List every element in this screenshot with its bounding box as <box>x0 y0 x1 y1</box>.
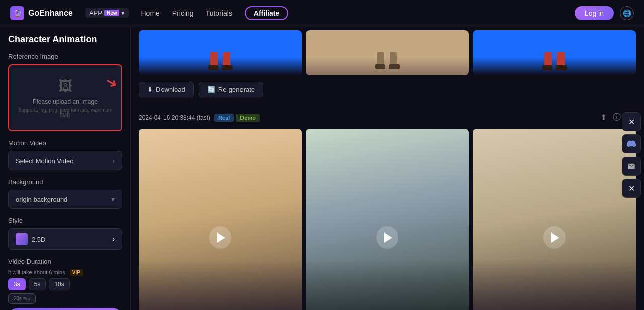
feet-svg-1 <box>205 47 235 72</box>
style-dropdown[interactable]: 2.5D › <box>8 228 122 250</box>
duration-20s-button[interactable]: 20s Pro <box>8 293 36 304</box>
float-close-button[interactable]: ✕ <box>622 112 641 131</box>
float-close-button-2[interactable]: ✕ <box>622 179 641 198</box>
style-label: Style <box>8 217 122 224</box>
svg-rect-10 <box>542 65 552 70</box>
motion-video-chevron-icon: › <box>112 157 115 165</box>
style-left: 2.5D <box>16 233 45 245</box>
section-1-video-1 <box>139 129 302 310</box>
discord-icon <box>627 139 636 148</box>
section-1-meta: 2024-04-16 20:38:44 (fast) Real Demo ⬆ ⓘ… <box>139 111 636 124</box>
logo-area: 🔮 GoEnhance <box>10 6 73 20</box>
duration-3s-button[interactable]: 3s <box>8 278 26 290</box>
play-button-1[interactable] <box>209 226 231 249</box>
motion-video-label: Motion Video <box>8 139 122 147</box>
duration-label: Video Duration <box>8 258 122 265</box>
upload-text: Please upload an image <box>15 98 115 105</box>
svg-rect-0 <box>210 52 218 67</box>
svg-rect-6 <box>375 64 385 69</box>
motion-video-dropdown[interactable]: Select Motion Video › <box>8 151 122 170</box>
login-button[interactable]: Log in <box>575 6 614 20</box>
motion-video-section: Motion Video Select Motion Video › <box>8 139 122 170</box>
feet-svg-3 <box>539 47 570 72</box>
header-actions: Log in 🌐 <box>575 6 634 20</box>
svg-rect-5 <box>390 52 397 66</box>
upload-icon: 🖼 <box>15 78 115 94</box>
reference-image-label: Reference Image <box>8 53 122 60</box>
svg-rect-2 <box>208 65 218 70</box>
background-label: Background <box>8 178 122 186</box>
new-badge: New <box>104 10 120 16</box>
feet-visual-2 <box>306 30 469 75</box>
svg-rect-4 <box>377 52 384 66</box>
top-download-button[interactable]: ⬇ Download <box>139 82 194 97</box>
play-button-2[interactable] <box>376 226 398 249</box>
play-triangle-icon <box>217 232 225 243</box>
duration-section: Video Duration it will take about 6 mins… <box>8 258 122 304</box>
top-video-thumb-1 <box>139 30 302 75</box>
header: 🔮 GoEnhance APP New ▾ Home Pricing Tutor… <box>0 0 644 26</box>
svg-rect-9 <box>557 52 565 67</box>
app-chevron-icon: ▾ <box>121 9 125 17</box>
top-video-thumb-3 <box>473 30 636 75</box>
style-chevron-icon: › <box>112 235 115 244</box>
app-menu-button[interactable]: APP New ▾ <box>85 8 129 18</box>
nav-home[interactable]: Home <box>141 9 159 17</box>
svg-rect-1 <box>223 52 230 67</box>
share-icon[interactable]: ⬆ <box>599 111 608 124</box>
play-triangle-icon-2 <box>384 232 392 243</box>
section-1-video-grid <box>139 129 636 310</box>
nav-tutorials[interactable]: Tutorials <box>206 9 232 17</box>
woman-center-image <box>306 129 469 310</box>
duration-10s-button[interactable]: 10s <box>49 278 69 290</box>
duration-buttons: 3s 5s 10s <box>8 278 122 290</box>
float-email-button[interactable] <box>622 157 641 176</box>
vip-tag: VIP <box>70 269 83 276</box>
top-regenerate-button[interactable]: 🔄 Re-generate <box>199 82 263 97</box>
section-1-time: 2024-04-16 20:38:44 (fast) <box>139 114 210 121</box>
logo-icon: 🔮 <box>10 6 24 20</box>
nav-affiliate[interactable]: Affiliate <box>245 6 288 20</box>
float-buttons: ✕ ✕ <box>619 108 644 202</box>
upload-hint: Supports jpg, png, jpeg formats, maximum… <box>15 107 115 118</box>
float-discord-button[interactable] <box>622 134 641 153</box>
background-value: origin background <box>16 196 67 203</box>
style-section: Style 2.5D › <box>8 217 122 250</box>
content-area: ⬇ Download 🔄 Re-generate 2024-04-16 20:3… <box>131 26 644 310</box>
top-video-section: ⬇ Download 🔄 Re-generate <box>139 26 636 97</box>
svg-rect-7 <box>389 64 400 69</box>
generate-button[interactable]: Generate (15 🪙 ) <box>8 308 122 310</box>
download-icon: ⬇ <box>147 86 153 93</box>
app-label: APP <box>89 9 102 17</box>
top-action-row: ⬇ Download 🔄 Re-generate <box>139 82 636 97</box>
style-thumbnail <box>16 233 28 245</box>
top-video-grid <box>139 30 636 75</box>
duration-5s-button[interactable]: 5s <box>29 278 46 290</box>
motion-video-value: Select Motion Video <box>16 157 73 165</box>
play-button-3[interactable] <box>543 226 566 249</box>
feet-visual-3 <box>473 30 636 75</box>
logo-text: GoEnhance <box>28 9 73 18</box>
duration-buttons-row2: 20s Pro <box>8 293 122 304</box>
section-1-real-badge: Real <box>214 114 234 122</box>
duration-hint: it will take about 6 mins VIP <box>8 269 122 275</box>
feet-visual-1 <box>139 30 302 75</box>
background-dropdown[interactable]: origin background ▾ <box>8 190 122 209</box>
email-icon <box>627 162 635 170</box>
sidebar-title: Character Animation <box>8 34 122 45</box>
feet-svg-2 <box>372 47 403 72</box>
globe-icon[interactable]: 🌐 <box>620 6 634 20</box>
background-chevron-icon: ▾ <box>111 195 115 203</box>
svg-rect-3 <box>222 65 233 70</box>
cat-left-image <box>139 129 302 310</box>
cat-right-image <box>473 129 636 310</box>
upload-box[interactable]: 🖼 Please upload an image Supports jpg, p… <box>8 64 122 131</box>
style-value: 2.5D <box>32 236 45 243</box>
section-1-demo-badge: Demo <box>236 114 260 122</box>
regenerate-icon: 🔄 <box>207 86 215 93</box>
svg-rect-8 <box>544 52 552 67</box>
nav-pricing[interactable]: Pricing <box>172 9 194 17</box>
video-section-1: 2024-04-16 20:38:44 (fast) Real Demo ⬆ ⓘ… <box>139 107 636 310</box>
nav-links: Home Pricing Tutorials Affiliate <box>141 6 570 20</box>
top-video-thumb-2 <box>306 30 469 75</box>
